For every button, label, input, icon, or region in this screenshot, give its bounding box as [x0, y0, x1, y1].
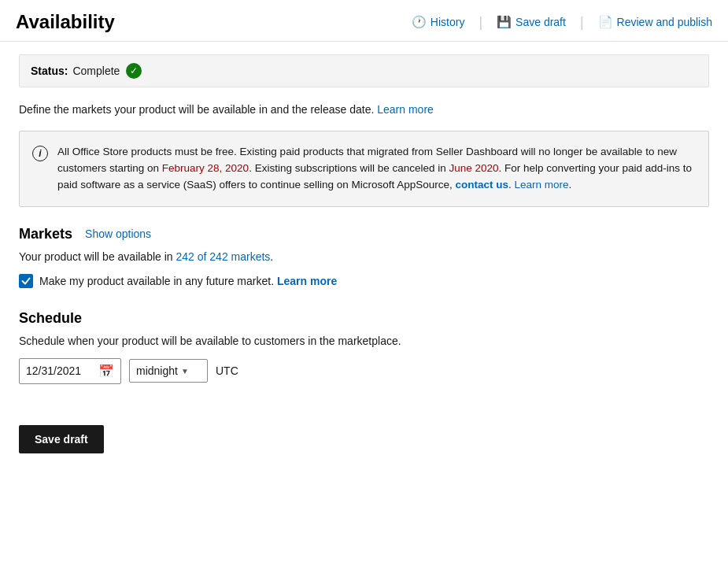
future-market-checkbox-row: Make my product available in any future … [19, 274, 709, 288]
action-divider-1: | [479, 14, 482, 31]
markets-title: Markets [19, 226, 72, 242]
schedule-section: Schedule Schedule when your product will… [19, 310, 709, 384]
date-input[interactable]: 12/31/2021 📅 [19, 358, 121, 384]
info-box: i All Office Store products must be free… [19, 131, 709, 207]
save-draft-header-label: Save draft [516, 16, 566, 28]
save-draft-icon: 💾 [497, 15, 512, 29]
info-learn-more-link[interactable]: Learn more [515, 179, 569, 191]
markets-description: Your product will be available in 242 of… [19, 250, 709, 263]
page-title: Availability [16, 11, 115, 33]
info-icon: i [32, 146, 48, 161]
info-box-text: All Office Store products must be free. … [57, 144, 696, 194]
info-date-1: February 28, 2020 [162, 162, 249, 174]
history-icon: 🕐 [412, 15, 427, 29]
markets-count: 242 of 242 markets [176, 250, 271, 263]
date-value: 12/31/2021 [26, 364, 94, 377]
info-date-2: June 2020 [449, 162, 499, 174]
markets-section-header: Markets Show options [19, 226, 709, 242]
future-market-label: Make my product available in any future … [39, 275, 337, 287]
markets-desc-1: Your product will be available in [19, 250, 176, 263]
status-check-icon: ✓ [126, 63, 142, 79]
header-actions: 🕐 History | 💾 Save draft | 📄 Review and … [412, 14, 712, 31]
review-publish-icon: 📄 [598, 15, 613, 29]
intro-learn-more-link[interactable]: Learn more [377, 103, 434, 116]
status-bar: Status: Complete ✓ [19, 54, 709, 87]
timezone-label: UTC [216, 364, 238, 377]
status-label: Status: [31, 65, 68, 77]
schedule-section-header: Schedule [19, 310, 709, 327]
contact-us-link[interactable]: contact us [456, 179, 509, 191]
schedule-inputs: 12/31/2021 📅 midnight ▼ UTC [19, 358, 709, 384]
calendar-icon[interactable]: 📅 [98, 364, 114, 379]
save-draft-button[interactable]: Save draft [19, 425, 104, 453]
future-market-checkbox[interactable] [19, 274, 33, 288]
info-text-2: . Existing subscriptions will be cancele… [249, 162, 449, 174]
save-draft-header-button[interactable]: 💾 Save draft [497, 15, 566, 29]
future-market-learn-more-link[interactable]: Learn more [277, 275, 337, 287]
time-value: midnight [136, 364, 178, 377]
info-text-4: . [508, 179, 515, 191]
dropdown-arrow-icon: ▼ [181, 367, 189, 375]
main-content: Status: Complete ✓ Define the markets yo… [0, 42, 728, 466]
info-text-5: . [569, 179, 572, 191]
intro-description: Define the markets your product will be … [19, 102, 709, 118]
time-select[interactable]: midnight ▼ [129, 359, 208, 383]
action-divider-2: | [580, 14, 584, 31]
markets-desc-2: . [270, 250, 273, 263]
review-publish-label: Review and publish [617, 16, 712, 28]
status-value: Complete [72, 65, 120, 77]
history-label: History [431, 16, 465, 28]
show-options-link[interactable]: Show options [85, 228, 151, 240]
markets-section: Markets Show options Your product will b… [19, 226, 709, 288]
schedule-title: Schedule [19, 310, 82, 327]
review-publish-button[interactable]: 📄 Review and publish [598, 15, 712, 29]
page-header: Availability 🕐 History | 💾 Save draft | … [0, 0, 728, 42]
history-button[interactable]: 🕐 History [412, 15, 465, 29]
schedule-description: Schedule when your product will be avail… [19, 335, 709, 347]
checkbox-check-icon [21, 276, 31, 286]
intro-text: Define the markets your product will be … [19, 103, 374, 116]
